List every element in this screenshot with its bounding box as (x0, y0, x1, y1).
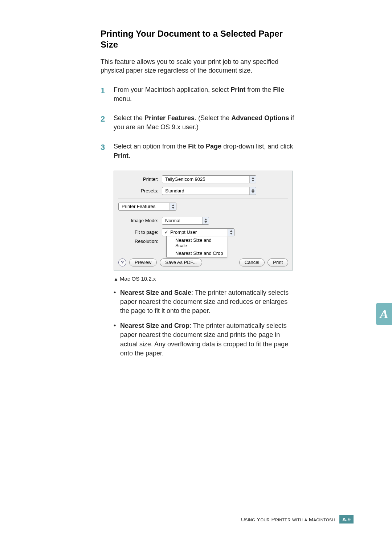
triangle-icon: ▲ (114, 276, 118, 282)
step-1: From your Macintosh application, select … (101, 85, 294, 103)
image-mode-value: Normal (162, 218, 183, 223)
step-3-text-c: drop-down list, and click (221, 143, 293, 150)
page-num: 9 (348, 516, 351, 522)
updown-icon (249, 187, 256, 195)
fit-to-page-select[interactable]: ✓ Prompt User (162, 228, 234, 236)
intro-paragraph: This feature allows you to scale your pr… (101, 57, 294, 75)
panel-select[interactable]: Printer Features (118, 203, 176, 211)
page-prefix: A. (342, 516, 348, 522)
step-1-text-e: menu. (114, 95, 132, 102)
svg-marker-6 (204, 219, 207, 220)
fit-dropdown-list: Nearest Size and Scale Nearest Size and … (166, 236, 227, 257)
presets-select[interactable]: Standard (162, 187, 256, 195)
divider (118, 199, 288, 199)
fit-label: Fit to page: (118, 229, 162, 235)
step-3-bold-print: Print (114, 152, 128, 159)
step-2-bold-pf: Printer Features (144, 114, 195, 122)
svg-marker-5 (172, 207, 175, 209)
image-mode-label: Image Mode: (118, 218, 162, 223)
bullet-list: Nearest Size and Scale: The printer auto… (114, 288, 294, 358)
step-1-bold-file: File (273, 86, 284, 93)
printer-select[interactable]: TallyGenicom 9025 (162, 175, 256, 183)
appendix-letter: A (380, 307, 388, 321)
step-1-bold-print: Print (230, 86, 245, 93)
svg-marker-9 (230, 233, 233, 235)
step-2-text-c: . (Select the (195, 114, 231, 122)
panel-label: Printer Features (119, 203, 158, 210)
fit-to-page-row: Fit to page: ✓ Prompt User Nearest Size … (118, 228, 288, 236)
save-as-pdf-button[interactable]: Save As PDF... (160, 258, 202, 266)
step-3: Select an option from the Fit to Page dr… (101, 142, 294, 160)
panel-select-row: Printer Features (118, 203, 288, 211)
page-title: Printing Your Document to a Selected Pap… (101, 28, 294, 50)
divider (118, 213, 288, 213)
step-2: Select the Printer Features. (Select the… (101, 114, 294, 132)
help-button[interactable]: ? (118, 258, 126, 266)
updown-icon (228, 229, 234, 236)
print-button[interactable]: Print (268, 258, 288, 266)
resolution-label: Resolution: (118, 239, 162, 244)
printer-value: TallyGenicom 9025 (162, 176, 208, 182)
image-mode-row: Image Mode: Normal (118, 217, 288, 225)
footer-text: Using Your Printer with a Macintosh (241, 516, 335, 522)
steps-list: From your Macintosh application, select … (101, 85, 294, 160)
appendix-tab: A (376, 303, 392, 325)
printer-row: Printer: TallyGenicom 9025 (118, 175, 288, 183)
step-3-bold-ftp: Fit to Page (188, 143, 221, 150)
page-number-box: A.9 (339, 515, 354, 524)
svg-marker-0 (252, 177, 254, 179)
cancel-button[interactable]: Cancel (239, 258, 265, 266)
bullet-nearest-crop: Nearest Size and Crop: The printer autom… (114, 321, 294, 358)
printer-label: Printer: (118, 176, 162, 182)
svg-marker-2 (252, 189, 254, 191)
presets-value: Standard (162, 188, 187, 194)
updown-icon (202, 217, 209, 224)
main-content: Printing Your Document to a Selected Pap… (101, 28, 294, 364)
bullet-2-title: Nearest Size and Crop (120, 322, 189, 329)
bullet-nearest-scale: Nearest Size and Scale: The printer auto… (114, 288, 294, 316)
caption-text: Mac OS 10.2.x (118, 276, 156, 282)
updown-icon (249, 176, 256, 183)
updown-icon (170, 203, 176, 210)
image-mode-select[interactable]: Normal (162, 217, 209, 225)
svg-marker-3 (252, 191, 254, 193)
presets-label: Presets: (118, 188, 162, 194)
svg-marker-1 (252, 180, 254, 182)
step-1-text-a: From your Macintosh application, select (114, 86, 230, 93)
step-1-text-c: from the (245, 86, 273, 93)
check-icon: ✓ (164, 229, 168, 235)
fit-option-scale[interactable]: Nearest Size and Scale (167, 236, 227, 249)
fit-selected: Prompt User (170, 229, 197, 235)
preview-button[interactable]: Preview (129, 258, 157, 266)
page: Printing Your Document to a Selected Pap… (0, 0, 392, 554)
figure-caption: ▲ Mac OS 10.2.x (114, 276, 294, 282)
svg-marker-7 (204, 221, 207, 223)
step-2-text-a: Select the (114, 114, 144, 122)
print-dialog: Printer: TallyGenicom 9025 Presets: Stan… (114, 171, 293, 270)
dialog-buttons: ? Preview Save As PDF... Cancel Print (118, 258, 288, 266)
step-3-text-e: . (128, 152, 130, 159)
presets-row: Presets: Standard (118, 187, 288, 195)
svg-marker-8 (230, 230, 233, 232)
fit-option-crop[interactable]: Nearest Size and Crop (167, 249, 227, 257)
step-2-bold-ao: Advanced Options (231, 114, 289, 122)
step-3-text-a: Select an option from the (114, 143, 188, 150)
page-footer: Using Your Printer with a Macintosh A.9 (241, 515, 354, 524)
svg-marker-4 (172, 204, 175, 206)
bullet-1-title: Nearest Size and Scale (120, 289, 191, 296)
